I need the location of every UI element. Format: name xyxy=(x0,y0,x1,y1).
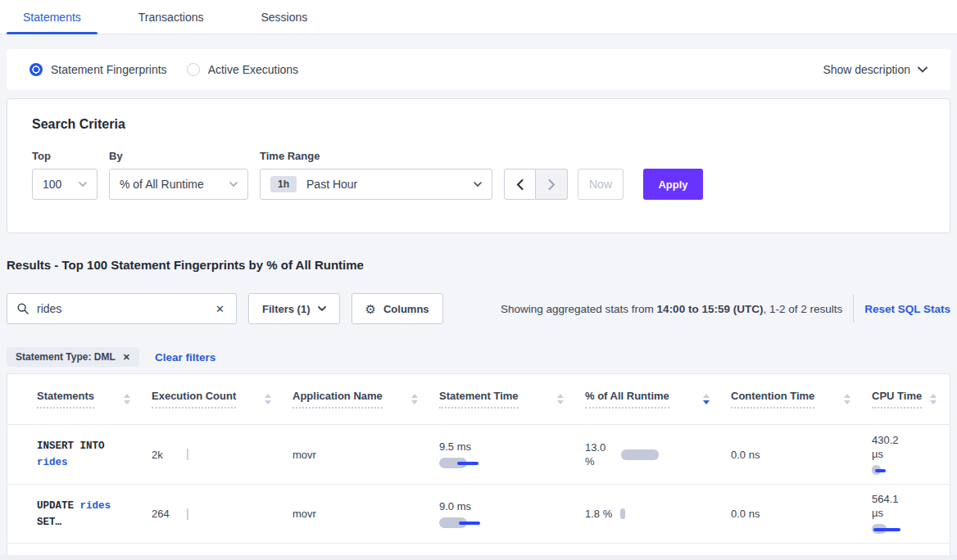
column-header-statements[interactable]: Statements xyxy=(37,390,152,409)
time-prev-button[interactable] xyxy=(504,169,536,200)
radio-statement-fingerprints-label: Statement Fingerprints xyxy=(51,63,167,76)
sort-down-arrow xyxy=(265,400,271,404)
stats-note-prefix: Showing aggregated stats from xyxy=(501,303,657,315)
show-description-toggle[interactable]: Show description xyxy=(823,63,928,76)
statement-fingerprint: INSERT INTO rides xyxy=(37,438,105,471)
statement-cell: INSERT INTO rides xyxy=(37,438,152,471)
statement-time-cell-value: 9.5 ms xyxy=(439,440,471,454)
reset-sql-stats-link[interactable]: Reset SQL Stats xyxy=(864,303,950,315)
sort-down-arrow xyxy=(557,400,564,404)
sort-icon xyxy=(930,394,937,404)
application-name-value: movr xyxy=(293,508,316,520)
filter-pill-close-icon[interactable]: ✕ xyxy=(123,352,130,363)
time-next-button[interactable] xyxy=(536,169,568,200)
search-clear-icon[interactable]: ✕ xyxy=(214,303,226,315)
radio-active-executions-label: Active Executions xyxy=(208,63,299,76)
top-select[interactable]: 100 xyxy=(32,169,98,200)
bar-line xyxy=(457,462,478,465)
application-name-cell: movr xyxy=(293,449,439,461)
column-header-execution-count[interactable]: Execution Count xyxy=(152,390,293,409)
top-field: Top 100 xyxy=(32,150,98,200)
execution-count-bar xyxy=(187,449,188,460)
chevron-down-icon xyxy=(918,66,928,73)
sort-icon xyxy=(703,394,710,404)
table-row: UPDATE rides SET…264movr9.0 ms1.8 %0.0 n… xyxy=(7,485,950,544)
pct-runtime-value: 1.8 % xyxy=(585,507,612,521)
tab-sessions[interactable]: Sessions xyxy=(244,0,324,34)
bar-line xyxy=(873,528,900,531)
sort-down-arrow xyxy=(124,400,130,404)
column-header-statement-time[interactable]: Statement Time xyxy=(439,390,585,409)
clear-filters-link[interactable]: Clear filters xyxy=(155,351,215,364)
columns-button[interactable]: ⚙ Columns xyxy=(352,293,443,324)
statement-time-cell-metric: 9.5 ms xyxy=(439,440,497,469)
search-icon xyxy=(17,303,29,314)
sort-down-arrow xyxy=(844,400,850,404)
search-criteria-card: Search Criteria Top 100 By % of All Runt… xyxy=(7,98,950,233)
radio-unselected-icon xyxy=(187,63,200,76)
column-header-label: Statements xyxy=(37,390,94,409)
bar-line xyxy=(875,469,886,472)
cpu-time-cell: 430.2 µs xyxy=(872,433,941,476)
top-select-value: 100 xyxy=(43,178,61,191)
chevron-left-icon xyxy=(516,179,524,190)
radio-selected-icon xyxy=(29,63,43,76)
pct-runtime-value: 13.0 % xyxy=(585,440,613,468)
pct-runtime-wrap: 13.0 % xyxy=(585,440,659,468)
pct-runtime-bar xyxy=(621,449,659,460)
pct-runtime-wrap: 1.8 % xyxy=(585,507,625,521)
tab-sessions-label: Sessions xyxy=(261,11,307,24)
by-select[interactable]: % of All Runtime xyxy=(109,169,248,200)
tab-transactions[interactable]: Transactions xyxy=(122,0,220,34)
column-header-label: Application Name xyxy=(293,390,383,409)
contention-time-value: 0.0 ns xyxy=(731,449,760,461)
tab-statements[interactable]: Statements xyxy=(7,0,98,34)
columns-button-label: Columns xyxy=(383,303,429,315)
tab-transactions-label: Transactions xyxy=(138,11,204,24)
time-range-field: Time Range 1h Past Hour xyxy=(260,150,492,200)
now-button[interactable]: Now xyxy=(578,169,624,200)
apply-button[interactable]: Apply xyxy=(643,169,703,200)
sort-down-arrow xyxy=(930,400,937,404)
results-heading: Results - Top 100 Statement Fingerprints… xyxy=(7,258,950,272)
time-nav-group xyxy=(504,169,568,200)
statement-time-cell-bar xyxy=(439,458,497,469)
sort-icon xyxy=(844,394,850,404)
execution-count-cell: 264 xyxy=(152,508,293,520)
contention-time-cell: 0.0 ns xyxy=(731,508,872,520)
execution-count-bar xyxy=(187,508,188,520)
sort-down-arrow xyxy=(703,400,710,404)
statement-link[interactable]: rides xyxy=(37,457,68,468)
sort-up-arrow xyxy=(265,394,271,398)
statement-time-cell-value: 9.0 ms xyxy=(439,499,471,513)
column-header-cpu-time[interactable]: CPU Time xyxy=(872,390,941,409)
by-field-label: By xyxy=(109,150,248,162)
column-header-label: Contention Time xyxy=(731,390,814,409)
radio-active-executions[interactable]: Active Executions xyxy=(187,63,299,76)
column-header-application-name[interactable]: Application Name xyxy=(293,390,439,409)
stats-note-range: 14:00 to 15:59 (UTC) xyxy=(657,303,764,315)
search-input[interactable] xyxy=(37,302,214,315)
sort-icon xyxy=(265,394,271,404)
sort-icon xyxy=(557,394,564,404)
execution-count-value: 2k xyxy=(152,449,163,461)
chevron-right-icon xyxy=(548,179,556,190)
statement-link[interactable]: rides xyxy=(80,500,111,512)
bar-line xyxy=(459,522,480,525)
filters-button[interactable]: Filters (1) xyxy=(248,293,340,324)
column-header-label: Statement Time xyxy=(439,390,519,409)
filter-pill-statement-type: Statement Type: DML ✕ xyxy=(7,347,139,367)
filter-pill-label: Statement Type: DML xyxy=(16,351,116,363)
time-range-select-value: Past Hour xyxy=(306,178,357,191)
statement-time-cell-bar xyxy=(439,517,497,529)
column-header-contention-time[interactable]: Contention Time xyxy=(731,390,872,409)
chevron-down-icon xyxy=(79,182,87,187)
filters-button-label: Filters (1) xyxy=(262,303,311,315)
column-header-of-all-runtime[interactable]: % of All Runtime xyxy=(585,390,731,409)
view-toggle-card: Statement Fingerprints Active Executions… xyxy=(7,49,950,90)
radio-statement-fingerprints[interactable]: Statement Fingerprints xyxy=(29,63,167,76)
execution-count-cell: 2k xyxy=(152,449,293,461)
time-range-select[interactable]: 1h Past Hour xyxy=(260,169,492,200)
statements-table: StatementsExecution CountApplication Nam… xyxy=(7,373,950,560)
statement-text: SET… xyxy=(37,517,61,528)
